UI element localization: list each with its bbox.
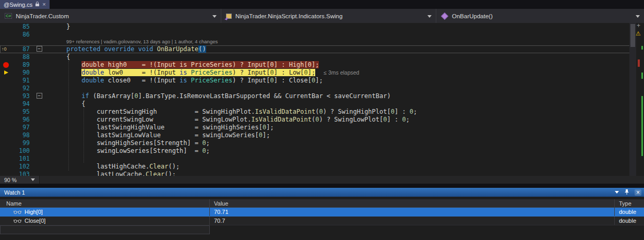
code-text[interactable]: lastSwingLowValue = swingLowSeries[0]; (44, 131, 644, 139)
add-watch-row[interactable] (0, 225, 644, 234)
editor-vertical-scrollbar[interactable] (629, 23, 636, 176)
breakpoint-margin[interactable] (0, 163, 15, 171)
line-number: 100 (15, 147, 34, 155)
breakpoint-margin[interactable] (0, 116, 15, 124)
line-number: 85 (15, 23, 34, 31)
watch-name-cell[interactable]: Close[0] (0, 217, 210, 225)
breakpoint-margin[interactable] (0, 139, 15, 147)
code-text[interactable]: { (44, 53, 644, 61)
column-header-value[interactable]: Value (210, 199, 615, 207)
zoom-control[interactable]: 90 % (0, 176, 40, 184)
navigation-bar: NinjaTrader.Custom NinjaTrader.NinjaScri… (0, 9, 644, 23)
watch-title-bar[interactable]: Watch 1 (0, 188, 644, 197)
chevron-down-icon (31, 178, 35, 181)
line-number: 98 (15, 131, 34, 139)
breakpoint-icon[interactable] (3, 62, 9, 68)
type-dropdown[interactable]: NinjaTrader.NinjaScript.Indicators.Swing (221, 9, 436, 23)
tab-close-icon[interactable] (42, 2, 45, 7)
breakpoint-margin[interactable] (0, 100, 15, 108)
code-text[interactable]: currentSwingHigh = SwingHighPlot.IsValid… (44, 108, 644, 116)
breakpoint-margin[interactable] (0, 77, 15, 85)
breakpoint-margin[interactable] (0, 155, 15, 163)
add-watch-input[interactable] (0, 225, 210, 234)
code-text[interactable]: lastSwingHighValue = swingHighSeries[0]; (44, 124, 644, 131)
code-text[interactable]: swingLowSeries[Strength] = 0; (44, 147, 644, 155)
breakpoint-margin[interactable] (0, 69, 15, 77)
fold-margin (34, 171, 44, 176)
breakpoint-margin[interactable] (0, 92, 15, 100)
column-header-name[interactable]: Name (0, 199, 210, 207)
breakpoint-margin[interactable]: ↑0 (0, 45, 15, 53)
code-text[interactable]: swingHighSeries[Strength] = 0; (44, 139, 644, 147)
watch-row[interactable]: Close[0]70.7double (0, 217, 644, 225)
close-icon[interactable] (635, 189, 641, 196)
lock-icon (35, 1, 40, 8)
code-text[interactable]: } (44, 23, 644, 31)
watch-window-buttons (615, 188, 641, 197)
line-number: 92 (15, 85, 34, 92)
indent-guide (84, 108, 84, 163)
line-number: 90 (15, 69, 34, 77)
watch-expression: High[0] (25, 209, 43, 215)
code-text[interactable] (44, 31, 644, 39)
code-text[interactable] (44, 85, 644, 92)
project-dropdown[interactable]: NinjaTrader.Custom (0, 9, 221, 23)
column-header-type[interactable]: Type (615, 199, 644, 207)
code-editor[interactable]: 85 }8699+ references | vadim.golovanov, … (0, 23, 644, 176)
editor-horizontal-scrollbar[interactable] (40, 176, 644, 184)
line-number: 102 (15, 163, 34, 171)
scrollbar-split-icon[interactable] (637, 23, 640, 29)
fold-margin (34, 139, 44, 147)
tab-label: @Swing.cs (4, 2, 32, 8)
code-text[interactable]: if (BarsArray[0].BarsType.IsRemoveLastBa… (44, 92, 644, 100)
code-text[interactable]: double high0 = !(Input is PriceSeries) ?… (44, 61, 644, 69)
code-text[interactable]: currentSwingLow = SwingLowPlot.IsValidDa… (44, 116, 644, 124)
watch-value-cell[interactable]: 70.71 (210, 208, 615, 216)
breakpoint-margin[interactable] (0, 61, 15, 69)
fold-toggle-icon[interactable]: − (37, 93, 42, 99)
breakpoint-margin[interactable] (0, 53, 15, 61)
breakpoint-margin[interactable] (0, 171, 15, 176)
code-text[interactable] (44, 155, 644, 163)
pin-icon[interactable] (624, 189, 629, 196)
watch-row[interactable]: High[0]70.71double (0, 208, 644, 217)
scrollbar-thumb[interactable] (630, 24, 635, 47)
fold-margin (34, 53, 44, 61)
code-text[interactable]: double low0 = !(Input is PriceSeries) ? … (44, 69, 644, 77)
line-number: 97 (15, 124, 34, 131)
breakpoint-margin[interactable] (0, 124, 15, 131)
panel-divider[interactable] (0, 184, 644, 188)
code-text[interactable]: double close0 = !(Input is PriceSeries) … (44, 77, 644, 85)
breakpoint-margin[interactable] (0, 85, 15, 92)
code-text[interactable]: protected override void OnBarUpdate() (44, 45, 644, 53)
fold-margin: − (34, 92, 44, 100)
code-line-95: 95 currentSwingHigh = SwingHighPlot.IsVa… (0, 108, 644, 116)
code-text[interactable]: lastLowCache.Clear(); (44, 171, 644, 176)
code-text[interactable]: lastHighCache.Clear(); (44, 163, 644, 171)
warning-icon[interactable] (636, 30, 641, 37)
watch-name-cell[interactable]: High[0] (0, 208, 210, 216)
margin-marker-icon: ↑0 (2, 46, 7, 52)
member-dropdown-label: OnBarUpdate() (452, 13, 493, 19)
breakpoint-margin[interactable] (0, 131, 15, 139)
fold-margin: − (34, 45, 44, 53)
code-line-85: 85 } (0, 23, 644, 31)
fold-toggle-icon[interactable]: − (37, 46, 42, 52)
tab-swing-cs[interactable]: @Swing.cs (0, 0, 50, 9)
member-dropdown[interactable]: OnBarUpdate() (436, 9, 644, 23)
code-line-99: 99 swingHighSeries[Strength] = 0; (0, 139, 644, 147)
method-icon (441, 12, 448, 19)
tab-strip: @Swing.cs (0, 0, 644, 9)
breakpoint-margin[interactable] (0, 23, 15, 31)
window-position-icon[interactable] (615, 191, 619, 194)
code-text[interactable]: { (44, 100, 644, 108)
saved-change-mark (641, 46, 643, 50)
breakpoint-margin[interactable] (0, 108, 15, 116)
codelens-info[interactable]: 99+ references | vadim.golovanov, 13 day… (0, 39, 644, 45)
code-line-90: 90 double low0 = !(Input is PriceSeries)… (0, 69, 644, 77)
saved-change-mark (641, 73, 643, 79)
breakpoint-margin[interactable] (0, 147, 15, 155)
perf-tip[interactable]: ≤ 3ms elapsed (324, 69, 359, 76)
watch-value-cell[interactable]: 70.7 (210, 217, 615, 225)
breakpoint-margin[interactable] (0, 31, 15, 39)
